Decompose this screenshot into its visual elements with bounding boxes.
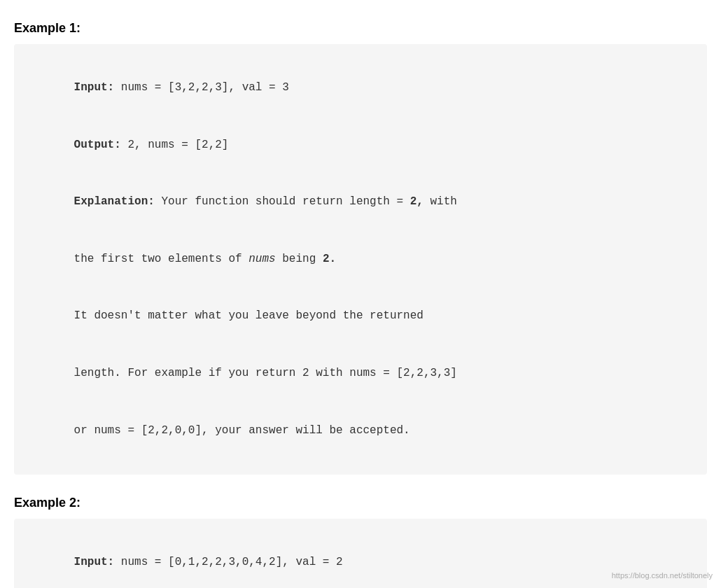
- italic-nums-1: nums: [248, 253, 275, 265]
- explanation-text-1-part2: the first two elements of nums being 2.: [74, 253, 336, 265]
- input-value-1: nums = [3,2,2,3], val = 3: [114, 81, 289, 94]
- output-label-1: Output:: [74, 139, 121, 151]
- example-1-explanation-line-4: length. For example if you return 2 with…: [34, 345, 687, 402]
- example-2-input-line: Input: nums = [0,1,2,2,3,0,4,2], val = 2: [34, 534, 687, 588]
- explanation-text-1-part1: Your function should return length = 2, …: [155, 195, 457, 208]
- example-2-label: Example 2:: [14, 496, 707, 510]
- bold-2b: 2.: [323, 253, 336, 265]
- output-value-1: 2, nums = [2,2]: [121, 139, 229, 151]
- explanation-text-1-part3: It doesn't matter what you leave beyond …: [74, 309, 424, 322]
- input-value-2: nums = [0,1,2,2,3,0,4,2], val = 2: [114, 556, 342, 568]
- example-2-box: Input: nums = [0,1,2,2,3,0,4,2], val = 2…: [14, 519, 707, 588]
- example-1-explanation-line-3: It doesn't matter what you leave beyond …: [34, 288, 687, 345]
- input-label-2: Input:: [74, 556, 115, 568]
- watermark-text: https://blog.csdn.net/stiltonely: [612, 571, 713, 580]
- example-1-section: Example 1: Input: nums = [3,2,2,3], val …: [14, 21, 707, 475]
- example-1-output-line: Output: 2, nums = [2,2]: [34, 117, 687, 174]
- example-1-explanation-line-1: Explanation: Your function should return…: [34, 174, 687, 231]
- example-2-section: Example 2: Input: nums = [0,1,2,2,3,0,4,…: [14, 496, 707, 588]
- example-1-label: Example 1:: [14, 21, 707, 36]
- example-1-explanation-line-5: or nums = [2,2,0,0], your answer will be…: [34, 402, 687, 459]
- explanation-text-1-part4: length. For example if you return 2 with…: [74, 367, 457, 379]
- explanation-label-1: Explanation:: [74, 195, 155, 208]
- example-1-box: Input: nums = [3,2,2,3], val = 3 Output:…: [14, 44, 707, 475]
- explanation-text-1-part5: or nums = [2,2,0,0], your answer will be…: [74, 424, 410, 437]
- bold-2: 2,: [410, 195, 424, 208]
- input-label-1: Input:: [74, 81, 115, 94]
- example-1-explanation-line-2: the first two elements of nums being 2.: [34, 231, 687, 288]
- example-1-input-line: Input: nums = [3,2,2,3], val = 3: [34, 59, 687, 117]
